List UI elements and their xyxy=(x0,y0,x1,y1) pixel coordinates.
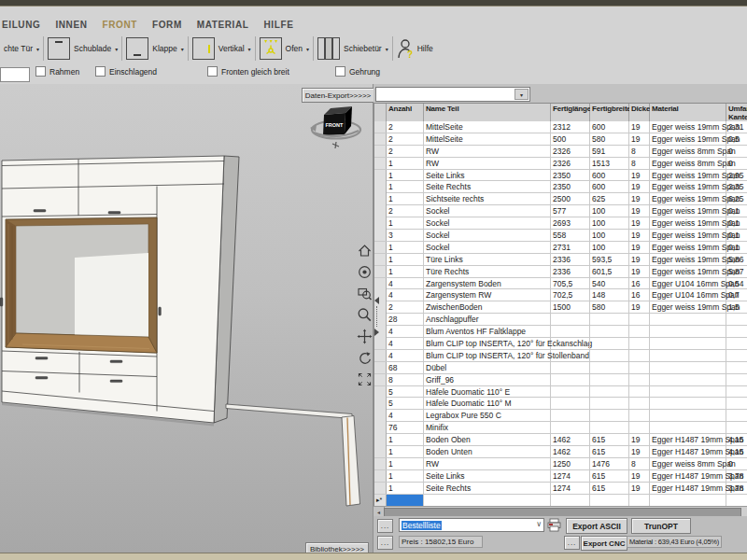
row-selector[interactable] xyxy=(374,470,387,482)
table-cell[interactable]: 4 xyxy=(387,278,424,289)
table-cell[interactable] xyxy=(650,314,726,325)
table-row[interactable]: 1Boden Unten146261519Egger H1487 19mm Sp… xyxy=(374,446,747,458)
table-cell[interactable]: MittelSeite xyxy=(424,121,551,133)
table-cell[interactable] xyxy=(650,362,726,373)
table-cell[interactable]: 1 xyxy=(387,158,424,169)
table-cell[interactable]: 1 xyxy=(387,434,424,445)
table-cell[interactable]: 19 xyxy=(629,242,650,253)
row-selector[interactable] xyxy=(374,146,387,157)
table-cell[interactable]: 577 xyxy=(551,205,590,217)
table-cell[interactable] xyxy=(726,386,747,398)
table-cell[interactable] xyxy=(590,362,629,373)
menu-item-innen[interactable]: INNEN xyxy=(55,20,87,30)
table-cell[interactable]: 19 xyxy=(629,181,650,192)
col-header-name-teil[interactable]: Name Teil xyxy=(424,104,551,121)
col-header-umfang-kanten[interactable]: Umfang Kanten xyxy=(726,104,747,121)
table-cell[interactable]: 1274 xyxy=(551,483,590,494)
table-cell[interactable]: 1 xyxy=(387,170,424,181)
table-cell[interactable]: 2326 xyxy=(551,146,590,157)
table-cell[interactable]: Egger weiss 19mm Span xyxy=(650,205,726,217)
table-cell[interactable] xyxy=(590,495,629,506)
table-cell[interactable]: 4 xyxy=(387,326,424,337)
col-header-fertigbreite[interactable]: Fertigbreite xyxy=(590,104,629,121)
table-row[interactable]: 2RW23265918Egger weiss 8mm Span0 xyxy=(374,146,747,158)
table-cell[interactable]: 593,5 xyxy=(590,254,629,265)
new-record-row[interactable]: ▸* xyxy=(374,495,747,507)
table-cell[interactable]: 1462 xyxy=(551,446,590,457)
table-cell[interactable] xyxy=(629,326,650,337)
table-cell[interactable]: Türe Links xyxy=(424,254,551,265)
table-cell[interactable]: 19 xyxy=(629,230,650,241)
table-cell[interactable]: 4,15 xyxy=(726,434,747,445)
table-cell[interactable] xyxy=(629,314,650,325)
table-cell[interactable]: 615 xyxy=(590,446,629,457)
checkbox-fronten-gleich-breit[interactable]: Fronten gleich breit xyxy=(207,66,289,77)
table-row[interactable]: 2Sockel57710019Egger weiss 19mm Span0,1 xyxy=(374,205,747,217)
table-cell[interactable]: 2693 xyxy=(551,217,590,229)
table-cell[interactable]: Seite Rechts xyxy=(424,483,551,494)
table-cell[interactable] xyxy=(590,326,629,337)
table-cell[interactable]: 16 xyxy=(629,278,650,289)
table-cell[interactable]: MittelSeite xyxy=(424,133,551,145)
row-selector[interactable] xyxy=(374,458,387,469)
table-cell[interactable]: Zargensystem Boden xyxy=(424,278,551,289)
table-cell[interactable]: 1 xyxy=(387,446,424,457)
table-cell[interactable] xyxy=(551,495,590,506)
table-cell[interactable]: 580 xyxy=(590,133,629,145)
table-cell[interactable]: 500 xyxy=(551,133,590,145)
table-cell[interactable] xyxy=(726,374,747,385)
table-row[interactable]: 2MittelSeite50058019Egger weiss 19mm Spa… xyxy=(374,133,747,146)
row-selector[interactable] xyxy=(374,410,387,421)
table-cell[interactable] xyxy=(726,326,747,337)
table-cell[interactable]: Zargensystem RW xyxy=(424,289,551,301)
table-cell[interactable]: Sockel xyxy=(424,230,551,241)
menu-item-form[interactable]: FORM xyxy=(152,20,182,30)
table-cell[interactable]: 601,5 xyxy=(590,266,629,277)
rotate-icon[interactable] xyxy=(357,350,373,366)
table-cell[interactable] xyxy=(650,422,726,433)
table-cell[interactable] xyxy=(726,362,747,373)
table-cell[interactable]: 8 xyxy=(629,158,650,169)
table-cell[interactable]: 2731 xyxy=(551,242,590,253)
table-cell[interactable]: Egger weiss 19mm Span xyxy=(650,301,726,313)
table-cell[interactable]: 0,1 xyxy=(726,205,747,217)
table-cell[interactable] xyxy=(590,374,629,385)
selected-cell[interactable] xyxy=(387,495,424,506)
dropdown-arrow-icon[interactable]: ▾ xyxy=(115,46,118,52)
table-cell[interactable]: 0,1 xyxy=(726,242,747,253)
table-cell[interactable] xyxy=(650,326,726,337)
table-row[interactable]: 1Sichtseite rechts250062519Egger weiss 1… xyxy=(374,193,747,205)
row-selector[interactable] xyxy=(374,181,387,192)
table-cell[interactable]: 600 xyxy=(590,170,629,181)
table-cell[interactable]: Sichtseite rechts xyxy=(424,193,551,204)
table-cell[interactable]: 100 xyxy=(590,217,629,229)
table-row[interactable]: 4Blum CLIP top INSERTA, 120° für Eckansc… xyxy=(374,338,747,350)
table-row[interactable]: 2ZwischenBoden150058019Egger weiss 19mm … xyxy=(374,301,747,314)
table-cell[interactable] xyxy=(590,386,629,398)
table-cell[interactable]: Egger weiss 8mm Span xyxy=(650,158,726,169)
checkbox-gehrung[interactable]: Gehrung xyxy=(335,66,380,77)
table-cell[interactable]: 19 xyxy=(629,193,650,204)
table-cell[interactable]: Türe Rechts xyxy=(424,266,551,277)
table-cell[interactable]: 0,54 xyxy=(726,278,747,289)
table-cell[interactable]: Häfele Duomatic 110° E xyxy=(424,386,551,398)
table-cell[interactable]: 1250 xyxy=(551,458,590,469)
export-cnc-button[interactable]: Export CNC xyxy=(581,536,627,551)
table-cell[interactable]: 4 xyxy=(387,289,424,301)
view-cube-widget[interactable]: FRONT xyxy=(308,101,364,151)
row-selector[interactable] xyxy=(374,338,387,349)
table-row[interactable]: 3Sockel55810019Egger weiss 19mm Span0,1 xyxy=(374,230,747,242)
menu-item-material[interactable]: MATERIAL xyxy=(197,20,249,30)
dropdown-arrow-icon[interactable]: ▾ xyxy=(181,46,184,52)
table-row[interactable]: 4Zargensystem Boden705,554016Egger U104 … xyxy=(374,278,747,290)
table-cell[interactable]: 4 xyxy=(387,410,424,421)
table-cell[interactable]: Egger weiss 19mm Span xyxy=(650,217,726,229)
table-cell[interactable] xyxy=(726,398,747,409)
table-cell[interactable] xyxy=(629,422,650,433)
table-cell[interactable]: 1462 xyxy=(551,434,590,445)
rechte-tuer-button[interactable]: chte Tür ▾ xyxy=(0,35,43,62)
table-cell[interactable]: 0,1 xyxy=(726,230,747,241)
table-cell[interactable]: Egger H1487 19mm Span xyxy=(650,446,726,457)
table-cell[interactable]: 1476 xyxy=(590,458,629,469)
table-cell[interactable]: 615 xyxy=(590,434,629,445)
